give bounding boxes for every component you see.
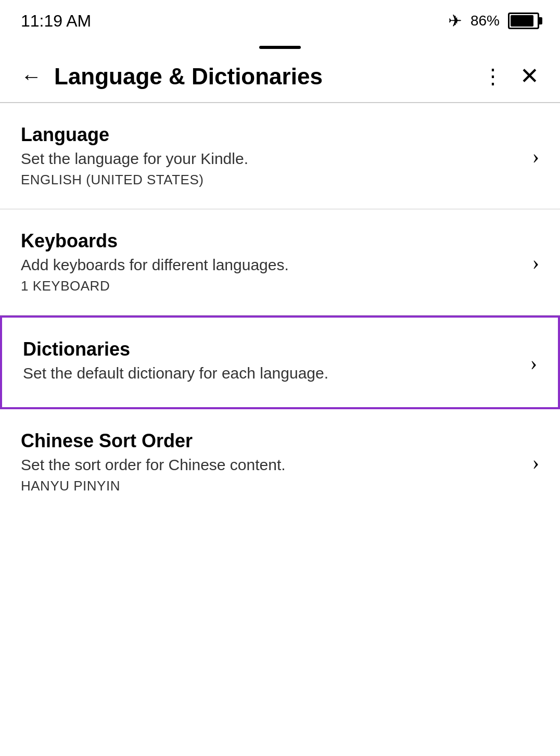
settings-item-language[interactable]: Language Set the language for your Kindl… <box>0 103 560 209</box>
settings-item-keyboards-desc: Add keyboards for different languages. <box>21 256 532 274</box>
status-time: 11:19 AM <box>21 11 91 31</box>
settings-list: Language Set the language for your Kindl… <box>0 103 560 515</box>
settings-item-language-content: Language Set the language for your Kindl… <box>21 124 532 188</box>
settings-item-language-title: Language <box>21 124 532 146</box>
status-bar: 11:19 AM ✈ 86% <box>0 0 560 42</box>
settings-item-dictionaries-title: Dictionaries <box>23 338 530 360</box>
settings-item-chinese-sort-order[interactable]: Chinese Sort Order Set the sort order fo… <box>0 409 560 515</box>
settings-item-dictionaries[interactable]: Dictionaries Set the default dictionary … <box>0 316 560 409</box>
battery-fill <box>511 15 533 27</box>
battery-percent: 86% <box>470 12 500 29</box>
settings-item-chinese-sort-order-content: Chinese Sort Order Set the sort order fo… <box>21 430 532 494</box>
battery-icon <box>508 12 539 29</box>
settings-item-chinese-sort-order-title: Chinese Sort Order <box>21 430 532 452</box>
settings-item-chinese-sort-order-desc: Set the sort order for Chinese content. <box>21 456 532 474</box>
more-options-button[interactable]: ⋮ <box>482 66 503 87</box>
airplane-icon: ✈ <box>448 11 462 31</box>
settings-item-keyboards-title: Keyboards <box>21 230 532 252</box>
settings-item-keyboards-value: 1 KEYBOARD <box>21 278 532 294</box>
settings-item-dictionaries-desc: Set the default dictionary for each lang… <box>23 364 530 382</box>
settings-item-chinese-sort-order-value: HANYU PINYIN <box>21 478 532 494</box>
page-title: Language & Dictionaries <box>54 64 482 90</box>
close-button[interactable]: ✕ <box>520 65 539 88</box>
back-button[interactable]: ← <box>21 66 42 87</box>
settings-item-keyboards-content: Keyboards Add keyboards for different la… <box>21 230 532 294</box>
swipe-bar <box>259 46 301 49</box>
header: ← Language & Dictionaries ⋮ ✕ <box>0 51 560 103</box>
chevron-right-icon: › <box>532 144 539 168</box>
status-icons: ✈ 86% <box>448 11 539 31</box>
chevron-right-icon: › <box>532 250 539 274</box>
settings-item-keyboards[interactable]: Keyboards Add keyboards for different la… <box>0 209 560 316</box>
settings-item-dictionaries-content: Dictionaries Set the default dictionary … <box>23 338 530 386</box>
chevron-right-icon: › <box>530 350 537 375</box>
settings-item-language-desc: Set the language for your Kindle. <box>21 150 532 168</box>
swipe-indicator <box>0 42 560 51</box>
settings-item-language-value: ENGLISH (UNITED STATES) <box>21 172 532 188</box>
header-actions: ⋮ ✕ <box>482 65 539 88</box>
chevron-right-icon: › <box>532 450 539 474</box>
